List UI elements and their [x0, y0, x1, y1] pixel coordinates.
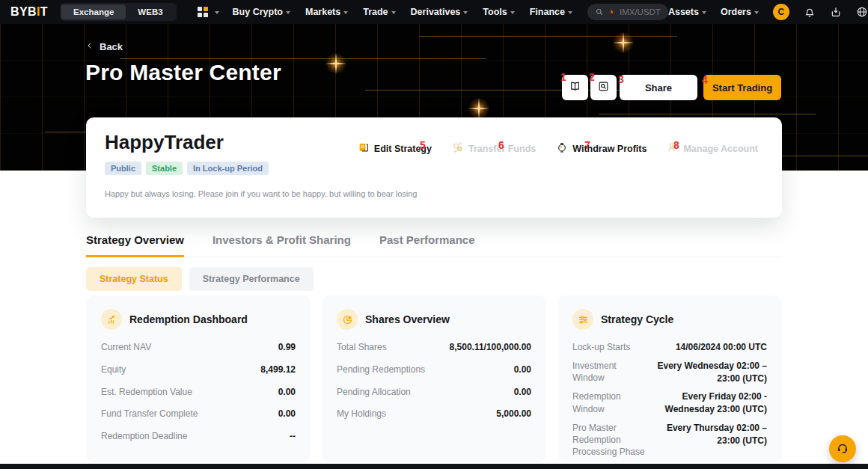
sparkle-decoration	[612, 31, 635, 54]
stat-row: Pro Master Redemption Processing PhaseEv…	[572, 422, 767, 459]
edit-document-icon	[358, 141, 370, 156]
tab-web3[interactable]: WEB3	[126, 4, 174, 19]
stat-row: Total Shares8,500.11/100,000.00	[337, 341, 531, 354]
nav-tools[interactable]: Tools	[483, 7, 514, 17]
flame-icon	[608, 7, 616, 17]
stat-row: Equity8,499.12	[101, 364, 296, 376]
transfer-coins-icon	[452, 141, 464, 156]
card-title: Strategy Cycle	[601, 313, 673, 325]
chevron-down-icon	[215, 11, 219, 14]
status-badge-lockup: In Lock-up Period	[187, 162, 269, 175]
annotation-8: 8	[673, 140, 679, 150]
manage-account-button[interactable]: Manage Account	[667, 141, 758, 156]
chevron-down-icon	[568, 11, 572, 14]
language-globe-icon[interactable]	[856, 6, 868, 18]
page-title: Pro Master Center	[85, 60, 281, 85]
stat-row: Pending Redemptions0.00	[337, 364, 531, 376]
withdraw-coin-icon	[556, 141, 568, 156]
avatar[interactable]: C	[773, 4, 789, 20]
sparkle-decoration	[325, 52, 347, 75]
support-button[interactable]	[829, 435, 856, 462]
stat-row: My Holdings5,000.00	[337, 408, 531, 420]
badges-row: Public Stable In Lock-up Period	[105, 162, 269, 175]
stat-row: Redemption Deadline--	[101, 430, 296, 443]
chevron-down-icon	[510, 11, 515, 14]
search-placeholder: IMX/USDT	[620, 7, 661, 16]
strategy-description: Happy but always losing. Please join if …	[105, 189, 417, 198]
strategy-profile-card: HappyTrader Public Stable In Lock-up Per…	[86, 117, 782, 218]
footer-strip	[0, 464, 868, 469]
circuit-line	[419, 36, 677, 37]
book-icon	[569, 80, 581, 95]
withdraw-profits-button[interactable]: Withdraw Profits	[556, 141, 647, 156]
redemption-dashboard-card: Redemption Dashboard Current NAV0.99 Equ…	[86, 295, 311, 462]
strategy-cycle-card: Strategy Cycle Lock-up Starts14/06/2024 …	[557, 295, 782, 462]
chart-up-icon	[101, 309, 122, 330]
apps-grid-menu[interactable]	[198, 7, 219, 17]
status-badge-stable: Stable	[146, 162, 183, 175]
search-input[interactable]: IMX/USDT	[587, 4, 668, 20]
share-button[interactable]: Share	[620, 75, 697, 100]
main-tabs: Strategy Overview Investors & Profit Sha…	[86, 233, 782, 257]
annotation-4: 4	[702, 75, 708, 85]
navbar-right: Assets Orders C	[668, 4, 868, 20]
tab-investors-profit-sharing[interactable]: Investors & Profit Sharing	[213, 233, 351, 257]
annotation-7: 7	[584, 140, 590, 150]
stat-row: Investment WindowEvery Wednesday 02:00 –…	[572, 360, 767, 385]
card-rows: Lock-up Starts14/06/2024 00:00 UTC Inves…	[572, 341, 767, 469]
card-title: Shares Overview	[365, 313, 450, 325]
apps-grid-icon	[198, 7, 208, 17]
subtab-strategy-performance[interactable]: Strategy Performance	[189, 267, 314, 291]
annotation-6: 6	[498, 140, 504, 150]
bybit-logo[interactable]: BYBIT	[10, 5, 48, 19]
nav-derivatives[interactable]: Derivatives	[411, 7, 468, 17]
nav-trade[interactable]: Trade	[363, 7, 395, 17]
card-rows: Current NAV0.99 Equity8,499.12 Est. Rede…	[101, 341, 296, 443]
product-toggle: Exchange WEB3	[60, 3, 177, 21]
circuit-line	[599, 114, 816, 114]
card-rows: Total Shares8,500.11/100,000.00 Pending …	[337, 341, 531, 420]
stat-row: Current NAV0.99	[101, 341, 296, 354]
pro-master-center-page: BYBIT Exchange WEB3 Buy Crypto Markets T…	[0, 0, 868, 469]
sliders-icon	[572, 309, 593, 330]
tab-past-performance[interactable]: Past Performance	[379, 233, 475, 257]
preview-magnifier-icon	[597, 80, 610, 95]
stat-row: Redemption WindowEvery Friday 02:00 - We…	[572, 390, 767, 416]
sparkle-decoration	[468, 97, 490, 120]
stat-row: Lock-up Starts14/06/2024 00:00 UTC	[572, 341, 767, 354]
chevron-down-icon	[702, 11, 706, 14]
nav-markets[interactable]: Markets	[305, 7, 348, 17]
annotation-3: 3	[618, 74, 624, 85]
transfer-funds-button[interactable]: Transfer Funds	[452, 141, 536, 156]
shares-overview-card: Shares Overview Total Shares8,500.11/100…	[322, 295, 546, 462]
download-app-icon[interactable]	[830, 6, 842, 18]
stat-cards-row: Redemption Dashboard Current NAV0.99 Equ…	[86, 295, 782, 462]
nav-finance[interactable]: Finance	[530, 7, 572, 17]
tab-exchange[interactable]: Exchange	[61, 4, 126, 19]
top-navbar: BYBIT Exchange WEB3 Buy Crypto Markets T…	[0, 0, 868, 24]
chevron-down-icon	[391, 11, 396, 14]
start-trading-button[interactable]: Start Trading	[703, 75, 781, 100]
nav-buy-crypto[interactable]: Buy Crypto	[233, 7, 290, 17]
stat-row: Fund Transfer Complete0.00	[101, 408, 296, 420]
stat-row: Pending Allocation0.00	[337, 386, 531, 399]
subtab-strategy-status[interactable]: Strategy Status	[86, 267, 182, 291]
tab-strategy-overview[interactable]: Strategy Overview	[86, 233, 184, 257]
annotation-2: 2	[589, 72, 595, 82]
nav-orders[interactable]: Orders	[721, 7, 759, 17]
circuit-line	[120, 58, 486, 59]
annotation-1: 1	[560, 72, 566, 82]
chevron-down-icon	[343, 11, 348, 14]
chevron-down-icon	[463, 11, 468, 14]
stat-row: Est. Redemption Value0.00	[101, 386, 296, 399]
back-button[interactable]: Back	[86, 41, 123, 52]
annotation-5: 5	[420, 140, 426, 150]
chevron-down-icon	[754, 11, 759, 14]
nav-assets[interactable]: Assets	[668, 7, 706, 17]
pie-chart-icon	[337, 309, 358, 330]
notifications-bell-icon[interactable]	[804, 6, 816, 18]
strategy-actions: Edit Strategy Transfer Funds Withdraw Pr…	[358, 141, 758, 156]
strategy-name: HappyTrader	[105, 131, 224, 154]
headset-icon	[836, 441, 849, 457]
card-title: Redemption Dashboard	[129, 313, 248, 325]
